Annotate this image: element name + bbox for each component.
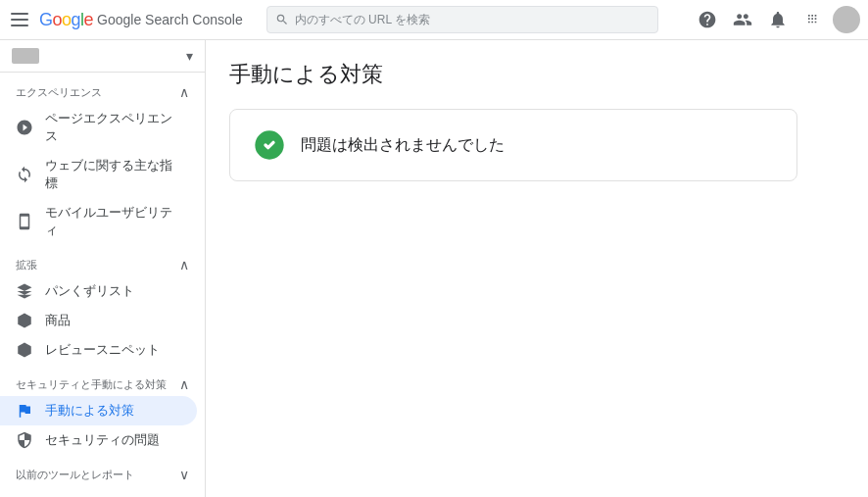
section-chevron-enhancements: ∧: [179, 257, 189, 273]
breadcrumbs-label: パンくずリスト: [45, 282, 134, 300]
review-snippets-icon: [16, 341, 33, 359]
property-icon: [12, 48, 39, 64]
user-avatar[interactable]: [833, 6, 860, 33]
success-message: 問題は検出されませんでした: [301, 135, 505, 156]
sidebar-item-security-issues[interactable]: セキュリティの問題: [0, 425, 197, 455]
property-selector[interactable]: ▾: [0, 40, 205, 73]
help-icon[interactable]: [692, 4, 723, 35]
section-chevron-security: ∧: [179, 376, 189, 392]
sidebar-item-products[interactable]: 商品: [0, 306, 197, 335]
app-logo: Google Google Search Console: [39, 10, 243, 30]
main-content: 手動による対策 問題は検出されませんでした: [206, 40, 868, 497]
header-icons: [692, 4, 860, 35]
section-header-enhancements: 拡張 ∧: [0, 245, 205, 276]
account-icon[interactable]: [727, 4, 758, 35]
search-bar[interactable]: 内のすべての URL を検索: [266, 6, 658, 33]
success-card: 問題は検出されませんでした: [229, 109, 797, 181]
core-web-vitals-label: ウェブに関する主な指標: [45, 157, 181, 192]
sidebar-item-review-snippets[interactable]: レビュースニペット: [0, 335, 197, 365]
page-experience-label: ページエクスペリエンス: [45, 110, 181, 145]
products-label: 商品: [45, 312, 71, 329]
section-label-experience: エクスペリエンス: [16, 85, 102, 100]
logo-product-name: Google Search Console: [97, 12, 243, 27]
section-label-legacy: 以前のツールとレポート: [16, 468, 134, 482]
menu-icon[interactable]: [8, 8, 31, 31]
section-chevron-experience: ∧: [179, 84, 189, 100]
apps-icon[interactable]: [797, 4, 829, 35]
manual-actions-icon: [16, 402, 33, 420]
success-check-icon: [254, 129, 285, 161]
manual-actions-label: 手動による対策: [45, 402, 134, 420]
sidebar-item-manual-actions[interactable]: 手動による対策: [0, 396, 197, 425]
sidebar-item-mobile-usability[interactable]: モバイルユーザビリティ: [0, 198, 197, 245]
products-icon: [16, 312, 33, 329]
section-header-legacy: 以前のツールとレポート ∨: [0, 455, 205, 486]
search-icon: [275, 13, 289, 26]
section-label-security: セキュリティと手動による対策: [16, 377, 167, 392]
sidebar-item-breadcrumbs[interactable]: パンくずリスト: [0, 276, 197, 306]
mobile-usability-icon: [16, 213, 33, 230]
app-layout: ▾ エクスペリエンス ∧ ページエクスペリエンス ウェブに関する主な指標 モバイ…: [0, 40, 868, 497]
sidebar-item-page-experience[interactable]: ページエクスペリエンス: [0, 104, 197, 151]
section-header-security: セキュリティと手動による対策 ∧: [0, 365, 205, 396]
notifications-icon[interactable]: [762, 4, 794, 35]
app-header: Google Google Search Console 内のすべての URL …: [0, 0, 868, 40]
security-issues-label: セキュリティの問題: [45, 431, 160, 449]
search-placeholder-text: 内のすべての URL を検索: [295, 12, 430, 28]
page-title: 手動による対策: [229, 60, 844, 89]
security-issues-icon: [16, 431, 33, 449]
core-web-vitals-icon: [16, 166, 33, 183]
property-chevron-icon: ▾: [186, 48, 193, 64]
section-chevron-legacy: ∨: [179, 467, 189, 482]
sidebar: ▾ エクスペリエンス ∧ ページエクスペリエンス ウェブに関する主な指標 モバイ…: [0, 40, 206, 497]
breadcrumbs-icon: [16, 282, 33, 300]
mobile-usability-label: モバイルユーザビリティ: [45, 204, 181, 239]
logo-google-text: Google: [39, 10, 93, 30]
page-experience-icon: [16, 119, 33, 136]
review-snippets-label: レビュースニペット: [45, 341, 160, 359]
sidebar-item-core-web-vitals[interactable]: ウェブに関する主な指標: [0, 151, 197, 198]
section-header-experience: エクスペリエンス ∧: [0, 73, 205, 104]
section-label-enhancements: 拡張: [16, 258, 37, 273]
